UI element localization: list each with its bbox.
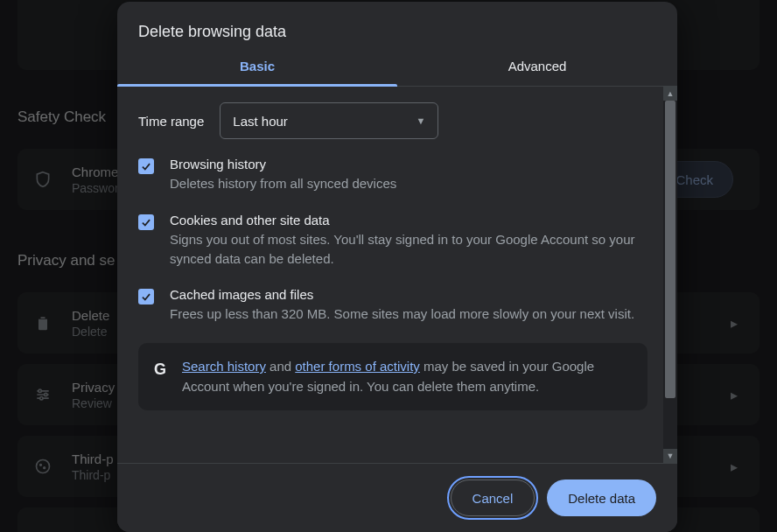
option-desc: Signs you out of most sites. You'll stay…	[170, 230, 639, 269]
info-message: Search history and other forms of activi…	[182, 357, 632, 396]
option-title: Cached images and files	[170, 287, 634, 302]
dialog-title: Delete browsing data	[117, 2, 677, 59]
checkbox-browsing-history[interactable]	[138, 158, 154, 174]
tab-basic[interactable]: Basic	[117, 59, 397, 86]
delete-browsing-data-dialog: Delete browsing data Basic Advanced Time…	[117, 2, 677, 532]
option-desc: Frees up less than 320 MB. Some sites ma…	[170, 304, 634, 324]
dialog-tabs: Basic Advanced	[117, 59, 677, 87]
google-icon: G	[154, 360, 166, 379]
tab-advanced[interactable]: Advanced	[397, 59, 677, 86]
time-range-label: Time range	[138, 114, 204, 129]
scrollbar[interactable]: ▲ ▼	[663, 87, 677, 463]
checkbox-cache[interactable]	[138, 289, 154, 304]
option-browsing-history[interactable]: Browsing history Deletes history from al…	[138, 157, 656, 193]
other-activity-link[interactable]: other forms of activity	[295, 359, 420, 374]
time-range-select[interactable]: Last hour ▼	[220, 102, 438, 139]
scroll-down-button[interactable]: ▼	[663, 449, 677, 463]
cancel-button[interactable]: Cancel	[451, 480, 536, 516]
dialog-body: Time range Last hour ▼ Browsing history …	[117, 87, 677, 463]
option-cache[interactable]: Cached images and files Frees up less th…	[138, 287, 656, 324]
delete-data-button[interactable]: Delete data	[547, 480, 656, 516]
option-desc: Deletes history from all synced devices	[170, 174, 396, 193]
checkbox-cookies[interactable]	[138, 214, 154, 230]
google-account-info: G Search history and other forms of acti…	[138, 343, 648, 410]
scroll-thumb[interactable]	[665, 101, 676, 398]
option-title: Browsing history	[170, 157, 396, 172]
option-cookies[interactable]: Cookies and other site data Signs you ou…	[138, 213, 656, 269]
time-range-value: Last hour	[233, 114, 288, 129]
search-history-link[interactable]: Search history	[182, 359, 266, 374]
dialog-footer: Cancel Delete data	[117, 463, 677, 532]
scroll-up-button[interactable]: ▲	[663, 87, 677, 101]
chevron-down-icon: ▼	[416, 116, 425, 126]
option-title: Cookies and other site data	[170, 213, 639, 228]
